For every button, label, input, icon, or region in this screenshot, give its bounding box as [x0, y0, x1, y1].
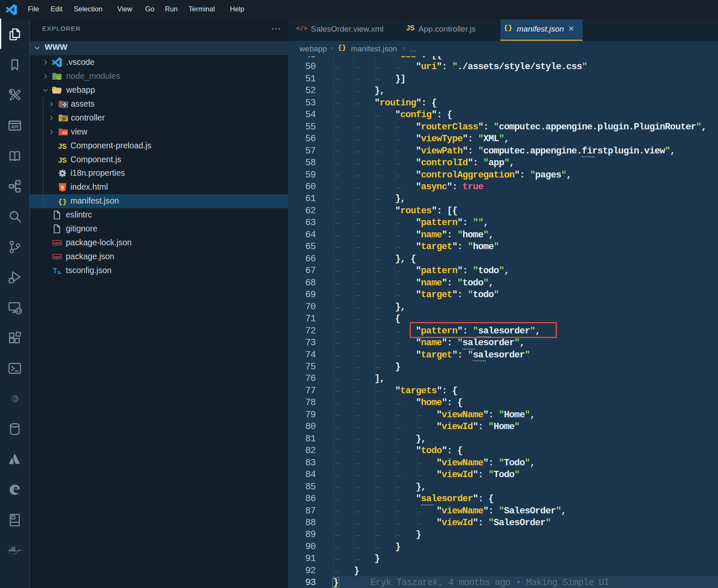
- svg-text:s: s: [57, 269, 60, 275]
- svg-text:npm: npm: [54, 241, 61, 245]
- svg-text:JS: JS: [57, 76, 60, 79]
- svg-text:5: 5: [61, 185, 64, 190]
- svg-text:T: T: [53, 267, 57, 274]
- svg-text:JS: JS: [58, 142, 67, 150]
- svg-text:{}: {}: [58, 198, 67, 206]
- svg-text:API: API: [11, 125, 19, 129]
- svg-text:<>: <>: [62, 130, 67, 135]
- svg-text:JS: JS: [58, 156, 67, 164]
- svg-text:npm: npm: [54, 255, 61, 259]
